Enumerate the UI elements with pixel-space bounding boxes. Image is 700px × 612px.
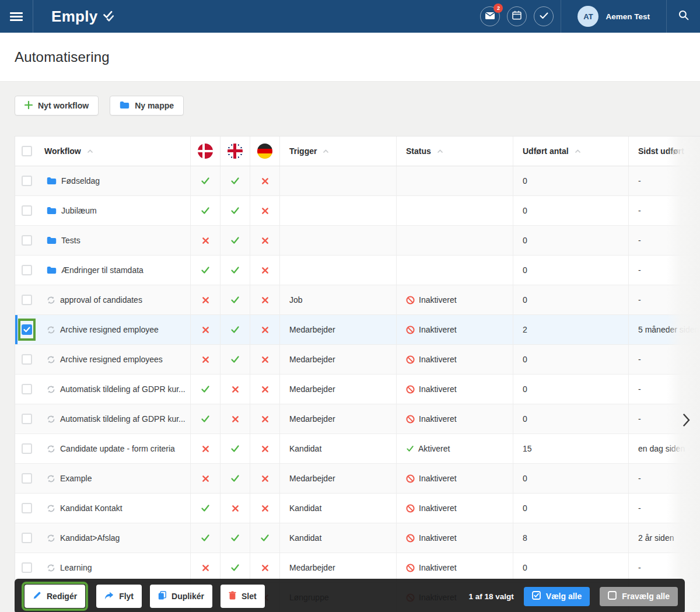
- table-row[interactable]: approval of candidates Job Inaktiveret 0…: [15, 285, 700, 315]
- table-row[interactable]: Automatisk tildeling af GDPR kur... Meda…: [15, 375, 700, 404]
- table-row[interactable]: Kandidat Kontakt Kandidat Inaktiveret 0 …: [15, 494, 700, 523]
- toolbar: Nyt workflow Ny mappe: [15, 96, 700, 116]
- table-row[interactable]: Example Medarbejder Inaktiveret 0 -: [15, 464, 700, 494]
- status-label: Inaktiveret: [419, 503, 457, 513]
- move-button[interactable]: Flyt: [96, 585, 142, 608]
- status-cell: Inaktiveret: [396, 464, 513, 493]
- search-button[interactable]: [667, 0, 700, 33]
- language-status-de: [250, 196, 279, 225]
- workflow-sync-icon: [47, 534, 55, 543]
- language-status-dk: [190, 375, 220, 404]
- column-header-workflow[interactable]: Workflow: [38, 137, 190, 166]
- trigger-header-label: Trigger: [289, 146, 317, 156]
- language-status-de: [250, 166, 279, 195]
- status-inactive-icon: [406, 326, 415, 334]
- messages-button[interactable]: 2: [480, 6, 500, 26]
- deselect-all-button[interactable]: Fravælg alle: [600, 587, 678, 606]
- count-cell: 0: [513, 226, 628, 255]
- new-workflow-button[interactable]: Nyt workflow: [15, 96, 99, 116]
- column-header-language-de: [250, 137, 279, 166]
- status-cell: Inaktiveret: [396, 494, 513, 523]
- row-checkbox-cell: [15, 196, 38, 225]
- count-cell: 0: [513, 464, 628, 493]
- select-all-checkbox[interactable]: [22, 146, 32, 156]
- folder-icon: [47, 207, 57, 215]
- column-header-last-run[interactable]: Sidst udført: [628, 137, 700, 166]
- table-row[interactable]: Tests 0 -: [15, 226, 700, 256]
- page-title: Automatisering: [15, 49, 110, 65]
- sort-caret-icon: [437, 149, 443, 153]
- workflow-name: Kandidat>Afslag: [60, 533, 120, 543]
- table-row[interactable]: Ændringer til stamdata 0 -: [15, 256, 700, 285]
- column-header-count[interactable]: Udført antal: [513, 137, 628, 166]
- table-body: Fødseldag 0 - Jubilæum 0 - Tests: [15, 166, 700, 612]
- pencil-icon: [33, 591, 41, 601]
- row-checkbox[interactable]: [22, 533, 32, 543]
- status-cell: Inaktiveret: [396, 315, 513, 344]
- app-logo[interactable]: Emply: [51, 8, 115, 26]
- row-checkbox[interactable]: [22, 235, 32, 246]
- delete-button[interactable]: Slet: [220, 585, 265, 608]
- navbar-actions: 2 AT Aemen Test: [480, 0, 700, 33]
- deselect-all-label: Fravælg alle: [622, 592, 670, 601]
- row-checkbox[interactable]: [22, 503, 32, 513]
- user-menu[interactable]: AT Aemen Test: [561, 0, 666, 33]
- status-cell: [396, 166, 513, 195]
- scroll-right-button[interactable]: [682, 413, 690, 429]
- language-status-de: [250, 375, 279, 404]
- status-cell: [396, 256, 513, 285]
- trigger-cell: [279, 166, 396, 195]
- edit-button[interactable]: Redigér: [24, 585, 85, 608]
- workflow-sync-icon: [47, 474, 55, 483]
- duplicate-icon: [158, 591, 166, 601]
- row-checkbox-cell: [15, 345, 38, 374]
- move-arrow-icon: [104, 592, 114, 601]
- language-status-de: [250, 315, 279, 344]
- denmark-flag-icon: [198, 144, 213, 159]
- table-row[interactable]: Kandidat>Afslag Kandidat Inaktiveret 8 2…: [15, 523, 700, 553]
- row-checkbox[interactable]: [22, 295, 32, 305]
- select-all-button[interactable]: Vælg alle: [524, 587, 590, 606]
- row-checkbox-cell: [15, 404, 38, 433]
- row-checkbox[interactable]: [22, 176, 32, 186]
- row-checkbox[interactable]: [22, 473, 32, 484]
- table-row[interactable]: Fødseldag 0 -: [15, 166, 700, 196]
- column-header-trigger[interactable]: Trigger: [279, 137, 396, 166]
- row-checkbox[interactable]: [22, 414, 32, 424]
- language-status-de: [250, 404, 279, 433]
- status-label: Inaktiveret: [419, 474, 457, 483]
- row-checkbox[interactable]: [22, 384, 32, 394]
- language-status-dk: [190, 166, 220, 195]
- workflow-name-cell: Example: [38, 464, 190, 493]
- column-header-status[interactable]: Status: [396, 137, 513, 166]
- row-checkbox[interactable]: [22, 265, 32, 275]
- row-checkbox-cell: [15, 494, 38, 523]
- row-checkbox[interactable]: [22, 443, 32, 454]
- workflow-name: Jubilæum: [61, 206, 97, 215]
- new-folder-button[interactable]: Ny mappe: [110, 96, 184, 116]
- menu-button[interactable]: [0, 0, 33, 33]
- new-folder-label: Ny mappe: [135, 101, 174, 110]
- table-row[interactable]: Archive resigned employees Medarbejder I…: [15, 345, 700, 375]
- tasks-button[interactable]: [534, 6, 554, 26]
- workflow-name: Fødseldag: [61, 176, 100, 186]
- workflow-name: Archive resigned employee: [60, 325, 159, 334]
- status-inactive-icon: [406, 296, 415, 305]
- workflow-sync-icon: [47, 504, 55, 513]
- duplicate-button[interactable]: Duplikér: [150, 585, 212, 608]
- table-row[interactable]: Jubilæum 0 -: [15, 196, 700, 226]
- row-checkbox[interactable]: [22, 562, 32, 573]
- trigger-cell: Medarbejder: [279, 315, 396, 344]
- row-checkbox[interactable]: [22, 205, 32, 216]
- trigger-cell: [279, 256, 396, 285]
- status-cell: Inaktiveret: [396, 553, 513, 582]
- workflow-header-label: Workflow: [44, 146, 81, 156]
- table-row[interactable]: Candidate update - form criteria Kandida…: [15, 434, 700, 464]
- table-row[interactable]: Automatisk tildeling af GDPR kur... Meda…: [15, 404, 700, 434]
- table-row[interactable]: Archive resigned employee Medarbejder In…: [15, 315, 700, 345]
- language-status-de: [250, 345, 279, 374]
- calendar-button[interactable]: [507, 6, 527, 26]
- row-checkbox[interactable]: [22, 354, 32, 365]
- count-cell: 0: [513, 196, 628, 225]
- language-status-dk: [190, 434, 220, 463]
